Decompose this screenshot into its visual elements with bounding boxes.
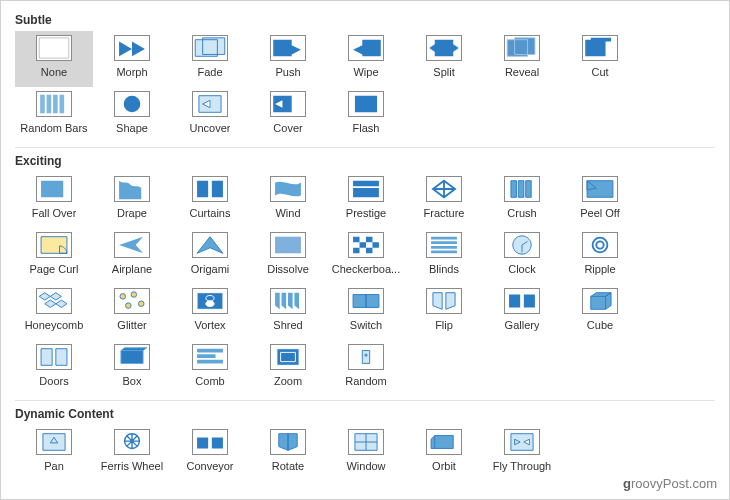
transition-rotate[interactable]: Rotate xyxy=(249,425,327,481)
transition-zoom[interactable]: Zoom xyxy=(249,340,327,396)
transition-label: Dissolve xyxy=(267,263,309,275)
transition-label: Fly Through xyxy=(493,460,552,472)
transition-label: Cover xyxy=(273,122,302,134)
transition-wind[interactable]: Wind xyxy=(249,172,327,228)
transition-blinds[interactable]: Blinds xyxy=(405,228,483,284)
transition-label: Uncover xyxy=(190,122,231,134)
transition-icon xyxy=(114,288,150,314)
transition-fall-over[interactable]: Fall Over xyxy=(15,172,93,228)
transition-icon xyxy=(192,288,228,314)
transition-icon xyxy=(270,288,306,314)
transition-push[interactable]: Push xyxy=(249,31,327,87)
section-title: Subtle xyxy=(15,13,715,27)
transition-label: Ripple xyxy=(584,263,615,275)
transition-random[interactable]: Random xyxy=(327,340,405,396)
transition-switch[interactable]: Switch xyxy=(327,284,405,340)
transition-honeycomb[interactable]: Honeycomb xyxy=(15,284,93,340)
transition-flip[interactable]: Flip xyxy=(405,284,483,340)
transition-split[interactable]: Split xyxy=(405,31,483,87)
transition-wipe[interactable]: Wipe xyxy=(327,31,405,87)
transition-icon xyxy=(504,232,540,258)
transition-icon xyxy=(270,232,306,258)
transition-pan[interactable]: Pan xyxy=(15,425,93,481)
section-title: Dynamic Content xyxy=(15,407,715,421)
transition-uncover[interactable]: Uncover xyxy=(171,87,249,143)
transition-drape[interactable]: Drape xyxy=(93,172,171,228)
transition-orbit[interactable]: Orbit xyxy=(405,425,483,481)
transition-fracture[interactable]: Fracture xyxy=(405,172,483,228)
transition-icon xyxy=(582,35,618,61)
transition-random-bars[interactable]: Random Bars xyxy=(15,87,93,143)
transition-icon xyxy=(192,232,228,258)
transition-curtains[interactable]: Curtains xyxy=(171,172,249,228)
transition-box[interactable]: Box xyxy=(93,340,171,396)
transition-icon xyxy=(36,429,72,455)
transition-label: Prestige xyxy=(346,207,386,219)
transition-fly-through[interactable]: Fly Through xyxy=(483,425,561,481)
transition-label: None xyxy=(41,66,67,78)
transition-airplane[interactable]: Airplane xyxy=(93,228,171,284)
transition-label: Orbit xyxy=(432,460,456,472)
transition-ripple[interactable]: Ripple xyxy=(561,228,639,284)
transition-shred[interactable]: Shred xyxy=(249,284,327,340)
transition-grid: PanFerris WheelConveyorRotateWindowOrbit… xyxy=(15,425,715,481)
transition-icon xyxy=(426,232,462,258)
transition-icon xyxy=(504,288,540,314)
transition-none[interactable]: None xyxy=(15,31,93,87)
transition-ferris-wheel[interactable]: Ferris Wheel xyxy=(93,425,171,481)
transition-label: Zoom xyxy=(274,375,302,387)
transition-icon xyxy=(582,176,618,202)
transition-doors[interactable]: Doors xyxy=(15,340,93,396)
transition-gallery[interactable]: Gallery xyxy=(483,284,561,340)
section-divider xyxy=(15,147,715,148)
transition-fade[interactable]: Fade xyxy=(171,31,249,87)
transition-label: Airplane xyxy=(112,263,152,275)
transition-icon xyxy=(348,288,384,314)
transition-label: Wipe xyxy=(353,66,378,78)
transition-morph[interactable]: Morph xyxy=(93,31,171,87)
transition-checkerboa-[interactable]: Checkerboa... xyxy=(327,228,405,284)
transition-window[interactable]: Window xyxy=(327,425,405,481)
transition-glitter[interactable]: Glitter xyxy=(93,284,171,340)
transition-grid: NoneMorphFadePushWipeSplitRevealCutRando… xyxy=(15,31,715,143)
transition-dissolve[interactable]: Dissolve xyxy=(249,228,327,284)
transition-peel-off[interactable]: Peel Off xyxy=(561,172,639,228)
transition-icon xyxy=(192,344,228,370)
transition-cube[interactable]: Cube xyxy=(561,284,639,340)
transition-icon xyxy=(192,429,228,455)
transition-flash[interactable]: Flash xyxy=(327,87,405,143)
transition-cover[interactable]: Cover xyxy=(249,87,327,143)
transition-cut[interactable]: Cut xyxy=(561,31,639,87)
transition-icon xyxy=(582,232,618,258)
transitions-panel: SubtleNoneMorphFadePushWipeSplitRevealCu… xyxy=(1,1,729,485)
transition-comb[interactable]: Comb xyxy=(171,340,249,396)
transition-label: Gallery xyxy=(505,319,540,331)
transition-label: Doors xyxy=(39,375,68,387)
transition-icon xyxy=(114,35,150,61)
transition-vortex[interactable]: Vortex xyxy=(171,284,249,340)
transition-label: Crush xyxy=(507,207,536,219)
transition-label: Glitter xyxy=(117,319,146,331)
transition-reveal[interactable]: Reveal xyxy=(483,31,561,87)
transition-label: Split xyxy=(433,66,454,78)
transition-label: Blinds xyxy=(429,263,459,275)
transition-icon xyxy=(504,35,540,61)
transition-origami[interactable]: Origami xyxy=(171,228,249,284)
transition-prestige[interactable]: Prestige xyxy=(327,172,405,228)
transition-icon xyxy=(426,35,462,61)
transition-label: Page Curl xyxy=(30,263,79,275)
transition-icon xyxy=(270,91,306,117)
transition-label: Cut xyxy=(591,66,608,78)
transition-label: Flash xyxy=(353,122,380,134)
transition-page-curl[interactable]: Page Curl xyxy=(15,228,93,284)
transition-icon xyxy=(348,232,384,258)
transition-shape[interactable]: Shape xyxy=(93,87,171,143)
transition-conveyor[interactable]: Conveyor xyxy=(171,425,249,481)
transition-crush[interactable]: Crush xyxy=(483,172,561,228)
transition-icon xyxy=(348,344,384,370)
transition-icon xyxy=(426,429,462,455)
transition-label: Fracture xyxy=(424,207,465,219)
transition-clock[interactable]: Clock xyxy=(483,228,561,284)
transition-icon xyxy=(36,35,72,61)
transition-label: Checkerboa... xyxy=(332,263,400,275)
